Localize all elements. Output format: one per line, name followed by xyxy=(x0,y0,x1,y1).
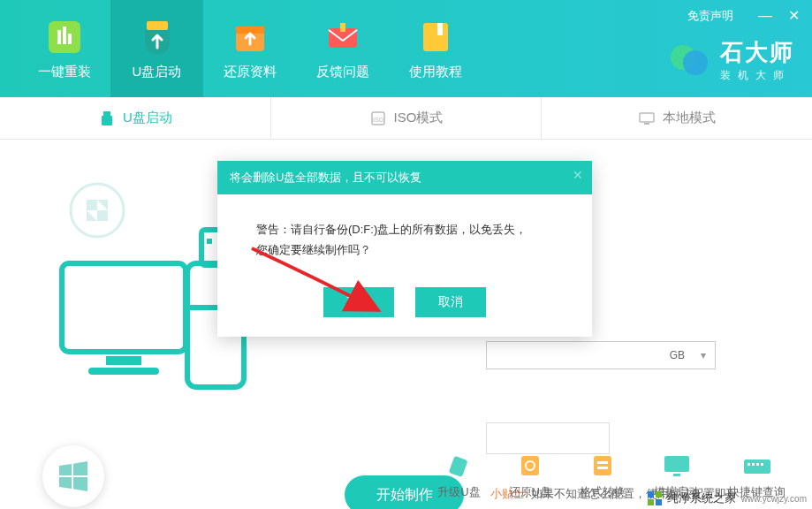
restore-box-icon xyxy=(231,18,269,57)
nav-label: 还原资料 xyxy=(224,64,277,80)
svg-rect-38 xyxy=(756,463,759,466)
svg-rect-43 xyxy=(656,499,662,505)
usb-upgrade-icon xyxy=(443,452,474,479)
svg-rect-35 xyxy=(744,460,770,474)
svg-rect-30 xyxy=(594,456,611,475)
svg-rect-20 xyxy=(62,263,186,352)
tab-label: ISO模式 xyxy=(394,110,444,126)
svg-rect-17 xyxy=(640,113,654,122)
svg-rect-10 xyxy=(437,23,443,35)
svg-rect-3 xyxy=(68,34,72,44)
svg-rect-36 xyxy=(747,463,750,466)
tool-label: 升级U盘 xyxy=(437,484,480,500)
svg-rect-4 xyxy=(147,21,168,30)
tool-label: 还原U盘 xyxy=(509,484,551,500)
svg-rect-2 xyxy=(63,27,66,44)
dialog-body: 警告：请自行备份(D:F:)盘上的所有数据，以免丢失， 您确定要继续制作吗？ xyxy=(217,194,592,273)
svg-rect-28 xyxy=(521,456,539,475)
cancel-button[interactable]: 取消 xyxy=(415,287,486,317)
windows-icon xyxy=(56,459,91,494)
main-nav: 一键重装 U盘启动 还原资料 反馈问题 使用教程 xyxy=(18,0,482,97)
svg-point-19 xyxy=(71,184,124,237)
usb-shield-icon xyxy=(138,18,177,57)
tool-upgrade-usb[interactable]: 升级U盘 xyxy=(437,452,480,500)
monitor-boot-icon xyxy=(661,452,693,479)
tool-format-convert[interactable]: 格式转换 xyxy=(580,452,626,500)
svg-rect-37 xyxy=(752,463,755,466)
watermark-text: 纯净系统之家 xyxy=(667,490,736,506)
tab-usb-boot[interactable]: U盘启动 xyxy=(0,97,271,139)
nav-label: U盘启动 xyxy=(133,64,182,80)
close-button[interactable]: ✕ xyxy=(788,7,800,24)
logo-title: 石大师 xyxy=(720,37,794,68)
svg-rect-18 xyxy=(644,123,649,125)
watermark-url: www.ycwjzy.com xyxy=(741,494,807,504)
dialog-title: 将会删除U盘全部数据，且不可以恢复 ✕ xyxy=(217,161,592,194)
nav-feedback[interactable]: 反馈问题 xyxy=(296,0,389,97)
dropdown-value: GB xyxy=(670,349,685,361)
nav-usb-boot[interactable]: U盘启动 xyxy=(110,0,203,97)
dialog-footer: 确定 取消 xyxy=(217,273,592,337)
svg-rect-14 xyxy=(102,116,112,125)
logo-mark-icon xyxy=(667,38,711,82)
disclaimer-link[interactable]: 免责声明 xyxy=(687,8,733,24)
svg-rect-41 xyxy=(656,491,662,498)
envelope-icon xyxy=(323,18,362,57)
svg-rect-42 xyxy=(648,499,654,505)
nav-reinstall[interactable]: 一键重装 xyxy=(18,0,110,97)
config-input[interactable] xyxy=(486,422,610,454)
tab-label: 本地模式 xyxy=(663,110,716,126)
tab-local-mode[interactable]: 本地模式 xyxy=(542,97,812,139)
svg-rect-8 xyxy=(340,23,345,32)
svg-rect-1 xyxy=(57,30,61,44)
app-logo: 石大师 装机大师 xyxy=(667,37,794,83)
tab-label: U盘启动 xyxy=(123,110,172,126)
dialog-confirm-text: 您确定要继续制作吗？ xyxy=(256,239,553,260)
keyboard-icon xyxy=(741,452,773,479)
minimize-button[interactable]: — xyxy=(758,8,772,24)
watermark-icon xyxy=(646,490,664,507)
svg-rect-25 xyxy=(207,239,212,244)
nav-restore[interactable]: 还原资料 xyxy=(203,0,296,97)
dialog-close-button[interactable]: ✕ xyxy=(573,168,583,182)
reinstall-icon xyxy=(45,18,84,57)
nav-label: 一键重装 xyxy=(38,64,91,80)
svg-rect-31 xyxy=(597,461,608,464)
svg-rect-32 xyxy=(597,467,608,469)
iso-icon: ISO xyxy=(369,110,387,127)
usb-restore-icon xyxy=(514,452,546,479)
window-controls: 免责声明 — ✕ xyxy=(687,7,800,24)
confirm-dialog: 将会删除U盘全部数据，且不可以恢复 ✕ 警告：请自行备份(D:F:)盘上的所有数… xyxy=(217,161,592,337)
dialog-warning-text: 警告：请自行备份(D:F:)盘上的所有数据，以免丢失， xyxy=(256,219,553,239)
svg-point-12 xyxy=(683,50,708,75)
watermark: 纯净系统之家 www.ycwjzy.com xyxy=(646,490,807,507)
nav-tutorial[interactable]: 使用教程 xyxy=(389,0,482,97)
format-icon xyxy=(587,452,618,479)
usb-icon xyxy=(98,110,116,127)
app-header: 一键重装 U盘启动 还原资料 反馈问题 使用教程 xyxy=(0,0,812,97)
mode-tabs: U盘启动 ISO ISO模式 本地模式 xyxy=(0,97,812,140)
tool-restore-usb[interactable]: 还原U盘 xyxy=(509,452,551,500)
windows-float-button[interactable] xyxy=(42,445,104,507)
svg-rect-13 xyxy=(103,111,110,116)
svg-rect-9 xyxy=(423,23,448,51)
tool-label: 格式转换 xyxy=(580,484,626,500)
svg-rect-33 xyxy=(664,456,689,472)
nav-label: 使用教程 xyxy=(409,64,462,80)
svg-text:ISO: ISO xyxy=(373,117,384,123)
logo-subtitle: 装机大师 xyxy=(720,68,794,83)
svg-rect-40 xyxy=(648,491,654,498)
chevron-down-icon: ▾ xyxy=(701,349,706,361)
svg-rect-39 xyxy=(761,463,763,466)
svg-rect-22 xyxy=(88,368,159,375)
tab-iso-mode[interactable]: ISO ISO模式 xyxy=(271,97,543,139)
book-icon xyxy=(416,18,455,57)
svg-rect-34 xyxy=(673,474,680,476)
monitor-icon xyxy=(638,110,656,127)
svg-rect-21 xyxy=(106,356,141,365)
nav-label: 反馈问题 xyxy=(316,64,369,80)
device-dropdown[interactable]: GB ▾ xyxy=(486,341,716,369)
svg-rect-27 xyxy=(449,456,468,477)
confirm-button[interactable]: 确定 xyxy=(323,287,394,317)
